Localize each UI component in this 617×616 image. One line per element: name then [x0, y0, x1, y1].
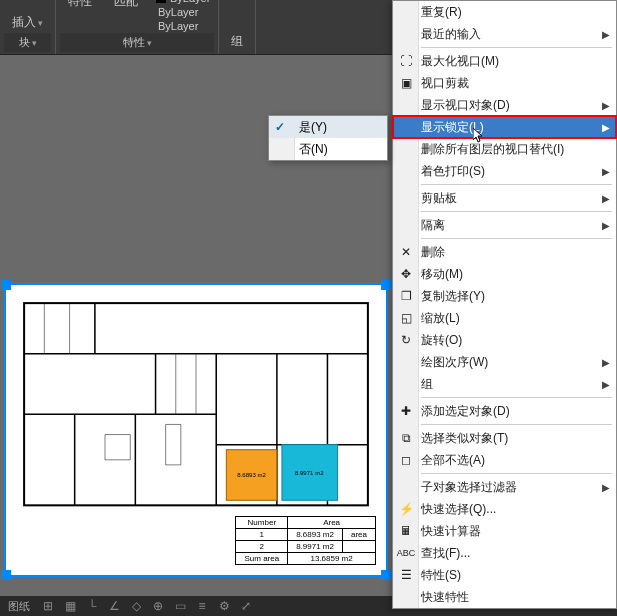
deselect-icon: ◻	[397, 451, 415, 469]
match-button[interactable]: 匹配	[106, 0, 146, 33]
maximize-icon: ⛶	[397, 52, 415, 70]
menu-maximize-viewport[interactable]: ⛶最大化视口(M)	[393, 50, 616, 72]
clip-icon: ▣	[397, 74, 415, 92]
sb-annotation-icon[interactable]: ⚙	[216, 598, 232, 614]
layer-lineweight-row[interactable]: ByLayer	[152, 19, 214, 33]
sb-osnap-icon[interactable]: ◇	[128, 598, 144, 614]
group-button[interactable]: 组	[223, 31, 251, 52]
chevron-right-icon: ▶	[602, 220, 610, 231]
menu-rotate[interactable]: ↻旋转(O)	[393, 329, 616, 351]
select-similar-icon: ⧉	[397, 429, 415, 447]
menu-viewport-clip[interactable]: ▣视口剪裁	[393, 72, 616, 94]
menu-subobject-filter[interactable]: 子对象选择过滤器▶	[393, 476, 616, 498]
sb-grid-icon[interactable]: ⊞	[40, 598, 56, 614]
add-icon: ✚	[397, 402, 415, 420]
sb-polar-icon[interactable]: ∠	[106, 598, 122, 614]
chevron-right-icon: ▶	[602, 100, 610, 111]
menu-shade-plot[interactable]: 着色打印(S)▶	[393, 160, 616, 182]
menu-delete[interactable]: ✕删除	[393, 241, 616, 263]
quickselect-icon: ⚡	[397, 500, 415, 518]
menu-deselect-all[interactable]: ◻全部不选(A)	[393, 449, 616, 471]
layout-tab-sheet[interactable]: 图纸	[4, 599, 34, 614]
menu-select-similar[interactable]: ⧉选择类似对象(T)	[393, 427, 616, 449]
sb-scale-icon[interactable]: ⤢	[238, 598, 254, 614]
insert-button[interactable]: 插入▾	[4, 12, 51, 33]
ribbon-group-props: 特性▾	[60, 33, 214, 52]
chevron-right-icon: ▶	[602, 357, 610, 368]
menu-add-selected[interactable]: ✚添加选定对象(D)	[393, 400, 616, 422]
menu-display-viewport-objects[interactable]: 显示视口对象(D)▶	[393, 94, 616, 116]
sb-dyn-icon[interactable]: ▭	[172, 598, 188, 614]
menu-find[interactable]: ABC查找(F)...	[393, 542, 616, 564]
chevron-right-icon: ▶	[602, 482, 610, 493]
ribbon-panel-block: 插入▾ 块▾	[0, 0, 56, 54]
submenu-yes[interactable]: ✓是(Y)	[269, 116, 387, 138]
menu-group[interactable]: 组▶	[393, 373, 616, 395]
calculator-icon: 🖩	[397, 522, 415, 540]
viewport-grip[interactable]	[381, 280, 391, 290]
menu-scale[interactable]: ◱缩放(L)	[393, 307, 616, 329]
sb-ortho-icon[interactable]: └	[84, 598, 100, 614]
move-icon: ✥	[397, 265, 415, 283]
menu-quick-select[interactable]: ⚡快速选择(Q)...	[393, 498, 616, 520]
viewport-grip[interactable]	[381, 570, 391, 580]
menu-quick-calc[interactable]: 🖩快速计算器	[393, 520, 616, 542]
chevron-right-icon: ▶	[602, 29, 610, 40]
properties-icon: ☰	[397, 566, 415, 584]
layer-linetype-row[interactable]: ByLayer	[152, 5, 214, 19]
sb-otrack-icon[interactable]: ⊕	[150, 598, 166, 614]
menu-recent-input[interactable]: 最近的输入▶	[393, 23, 616, 45]
layout-viewport[interactable]: 8.6893 m2 8.9971 m2 NumberArea 18.6893 m…	[6, 285, 386, 575]
menu-delete-vp-overrides[interactable]: 删除所有图层的视口替代(I)	[393, 138, 616, 160]
chevron-right-icon: ▶	[602, 166, 610, 177]
room-label: 8.9971 m2	[295, 470, 324, 476]
delete-icon: ✕	[397, 243, 415, 261]
viewport-grip[interactable]	[1, 570, 11, 580]
check-icon: ✓	[275, 120, 285, 134]
chevron-right-icon: ▶	[602, 379, 610, 390]
menu-quick-properties[interactable]: 快速特性	[393, 586, 616, 608]
chevron-right-icon: ▶	[602, 122, 610, 133]
ribbon-panel-group: 组	[219, 0, 256, 54]
ribbon-panel-props: 特性 匹配 ByLayer ByLayer ByLayer 特性▾	[56, 0, 219, 54]
menu-copy-selection[interactable]: ❐复制选择(Y)	[393, 285, 616, 307]
sb-snap-icon[interactable]: ▦	[62, 598, 78, 614]
display-lock-submenu: ✓是(Y) 否(N)	[268, 115, 388, 161]
viewport-grip[interactable]	[1, 280, 11, 290]
rotate-icon: ↻	[397, 331, 415, 349]
scale-icon: ◱	[397, 309, 415, 327]
room-label: 8.6893 m2	[237, 472, 266, 478]
area-table: NumberArea 18.6893 m2area 28.9971 m2 Sum…	[235, 516, 376, 565]
ribbon-group-block: 块▾	[4, 33, 51, 52]
menu-properties[interactable]: ☰特性(S)	[393, 564, 616, 586]
copy-icon: ❐	[397, 287, 415, 305]
context-menu: 重复(R) 最近的输入▶ ⛶最大化视口(M) ▣视口剪裁 显示视口对象(D)▶ …	[392, 0, 617, 609]
chevron-right-icon: ▶	[602, 193, 610, 204]
find-icon: ABC	[397, 544, 415, 562]
menu-draw-order[interactable]: 绘图次序(W)▶	[393, 351, 616, 373]
sb-lwt-icon[interactable]: ≡	[194, 598, 210, 614]
menu-display-lock[interactable]: 显示锁定(L)▶	[393, 116, 616, 138]
menu-isolate[interactable]: 隔离▶	[393, 214, 616, 236]
menu-clipboard[interactable]: 剪贴板▶	[393, 187, 616, 209]
menu-repeat[interactable]: 重复(R)	[393, 1, 616, 23]
menu-move[interactable]: ✥移动(M)	[393, 263, 616, 285]
submenu-no[interactable]: 否(N)	[269, 138, 387, 160]
properties-button[interactable]: 特性	[60, 0, 100, 33]
